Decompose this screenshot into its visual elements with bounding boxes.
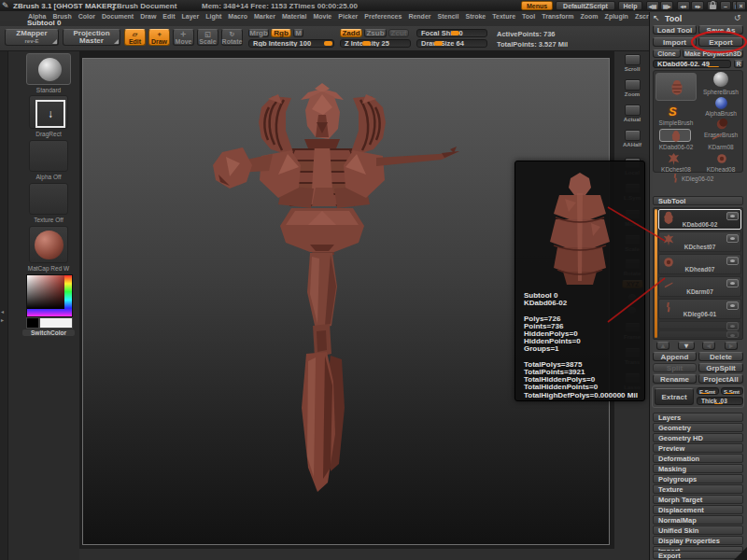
tray-left-icon[interactable]: ◂▤: [646, 1, 659, 10]
current-tool-bar[interactable]: KDabd06-02. 49: [653, 60, 731, 68]
zadd-button[interactable]: Zadd: [340, 29, 362, 37]
menu-preferences[interactable]: Preferences: [364, 13, 402, 20]
section-preview[interactable]: Preview: [653, 443, 743, 453]
subtool-empty2-eye-icon[interactable]: [726, 331, 739, 338]
menu-layer[interactable]: Layer: [182, 13, 200, 20]
delete-button[interactable]: Delete: [698, 352, 743, 361]
s-smt-slider[interactable]: S Smt: [721, 387, 743, 395]
eraserbrush-icon[interactable]: [715, 118, 728, 131]
alpha-thumbnail[interactable]: [29, 140, 68, 172]
aahalf-button[interactable]: AAHalf: [616, 130, 648, 147]
subtool-empty1-eye-icon[interactable]: [726, 322, 739, 330]
focal-shift-slider[interactable]: Focal Shift 0: [416, 29, 487, 37]
secondary-color-swatch[interactable]: [26, 317, 39, 329]
kdchest-icon[interactable]: [667, 152, 681, 166]
zcut-button[interactable]: Zcut: [388, 29, 409, 37]
subtool-kdhead-eye-icon[interactable]: [726, 257, 739, 265]
subtool-row-empty-2[interactable]: [658, 330, 741, 338]
menu-stroke[interactable]: Stroke: [465, 13, 486, 20]
panel-cursor-icon[interactable]: ↖: [653, 13, 660, 22]
move-button[interactable]: ✛ Move: [173, 29, 194, 46]
zmapper-button[interactable]: ZMapper rev-E: [5, 29, 59, 46]
section-masking[interactable]: Masking: [653, 464, 743, 473]
subtool-row-kdhead07[interactable]: KDhead07: [658, 254, 741, 274]
material-thumbnail[interactable]: [29, 226, 68, 263]
append-button[interactable]: Append: [653, 352, 697, 361]
stroke-thumbnail[interactable]: ↓: [29, 95, 68, 129]
menu-color[interactable]: Color: [78, 13, 95, 20]
s-smt-handle[interactable]: [726, 393, 734, 395]
menu-edit[interactable]: Edit: [162, 13, 175, 20]
menu-stencil[interactable]: Stencil: [438, 13, 459, 20]
kdhead-icon[interactable]: [715, 152, 728, 165]
projectall-button[interactable]: ProjectAll: [698, 374, 743, 384]
split-button[interactable]: Split: [653, 363, 697, 372]
section-layers[interactable]: Layers: [653, 413, 743, 422]
lock-button[interactable]: [707, 1, 718, 10]
section-unified-skin[interactable]: Unified Skin: [653, 525, 743, 535]
subtool-kdabd-eye-icon[interactable]: [726, 212, 739, 220]
e-smt-handle[interactable]: [701, 393, 710, 395]
edit-button[interactable]: ▱ Edit: [124, 29, 146, 46]
menus-toggle-button[interactable]: Menus: [521, 1, 553, 10]
section-display-properties[interactable]: Display Properties: [653, 536, 743, 545]
clone-button[interactable]: Clone: [653, 49, 681, 58]
subtool-row-kdchest07[interactable]: KDchest07: [658, 231, 741, 252]
kdleg-icon[interactable]: [670, 171, 680, 186]
scale-button[interactable]: ◱ Scale: [197, 29, 218, 46]
spherebrush-icon[interactable]: [713, 72, 728, 87]
m-button[interactable]: M: [293, 29, 303, 37]
section-geometry[interactable]: Geometry: [653, 423, 743, 432]
model-3d-creature[interactable]: [131, 61, 523, 499]
actual-button[interactable]: Actual: [616, 105, 648, 122]
make-polymesh3d-button[interactable]: Make PolyMesh3D: [683, 49, 743, 58]
tray-right-icon[interactable]: ▤▸: [660, 1, 673, 10]
doc-next-icon[interactable]: ●▸: [691, 1, 704, 10]
zsub-button[interactable]: Zsub: [364, 29, 387, 37]
import-button[interactable]: Import: [653, 37, 697, 47]
simplebrush-icon[interactable]: S: [669, 105, 677, 119]
subtool-shift-right-button[interactable]: ▸: [725, 342, 738, 350]
panel-reload-icon[interactable]: ↺: [734, 13, 741, 22]
scroll-button[interactable]: Scroll: [616, 54, 648, 72]
menu-marker[interactable]: Marker: [254, 13, 275, 20]
grpsplit-button[interactable]: GrpSplit: [698, 363, 743, 372]
menu-draw[interactable]: Draw: [140, 13, 156, 20]
subtool-kdleg-eye-icon[interactable]: [726, 301, 739, 310]
section-deformation[interactable]: Deformation: [653, 454, 743, 463]
save-as-button[interactable]: Save As: [698, 25, 743, 35]
subtool-move-up-button[interactable]: ▴: [656, 342, 669, 350]
menu-macro[interactable]: Macro: [228, 13, 247, 20]
palette-kdabd-selected[interactable]: [659, 129, 691, 142]
menu-movie[interactable]: Movie: [313, 13, 331, 20]
subtool-row-kdleg06-01[interactable]: KDleg06-01: [658, 299, 741, 319]
section-export[interactable]: Export: [653, 551, 743, 559]
menu-render[interactable]: Render: [408, 13, 430, 20]
doc-prev-icon[interactable]: ◂●: [677, 1, 690, 10]
thick-slider[interactable]: Thick .03: [697, 397, 743, 405]
rename-button[interactable]: Rename: [653, 374, 697, 384]
subtool-scrollbar[interactable]: [655, 209, 657, 338]
menu-zoom[interactable]: Zoom: [581, 13, 599, 20]
section-texture[interactable]: Texture: [653, 484, 743, 494]
color-picker[interactable]: [26, 274, 73, 317]
mrgb-button[interactable]: Mrgb: [248, 29, 269, 37]
subtool-move-down-button[interactable]: ▾: [678, 342, 695, 350]
minimize-button[interactable]: –: [720, 1, 731, 10]
color-sv-square[interactable]: [27, 275, 64, 309]
quick-pick-r-button[interactable]: R: [734, 60, 743, 68]
menu-texture[interactable]: Texture: [492, 13, 515, 20]
tray-collapse-icon[interactable]: ◂: [1, 308, 4, 315]
section-polygroups[interactable]: Polygroups: [653, 474, 743, 483]
panel-corner-fold[interactable]: [734, 547, 747, 560]
menu-light[interactable]: Light: [205, 13, 221, 20]
menu-document[interactable]: Document: [102, 13, 134, 20]
section-normalmap[interactable]: NormalMap: [653, 515, 743, 525]
rotate-button[interactable]: ↻ Rotate: [221, 29, 243, 46]
menu-zplugin[interactable]: Zplugin: [605, 13, 628, 20]
menu-tool[interactable]: Tool: [522, 13, 535, 20]
e-smt-slider[interactable]: E Smt: [697, 387, 719, 395]
current-brush-thumbnail[interactable]: [26, 53, 71, 85]
extract-button[interactable]: Extract: [655, 388, 694, 405]
texture-thumbnail[interactable]: [29, 183, 68, 215]
